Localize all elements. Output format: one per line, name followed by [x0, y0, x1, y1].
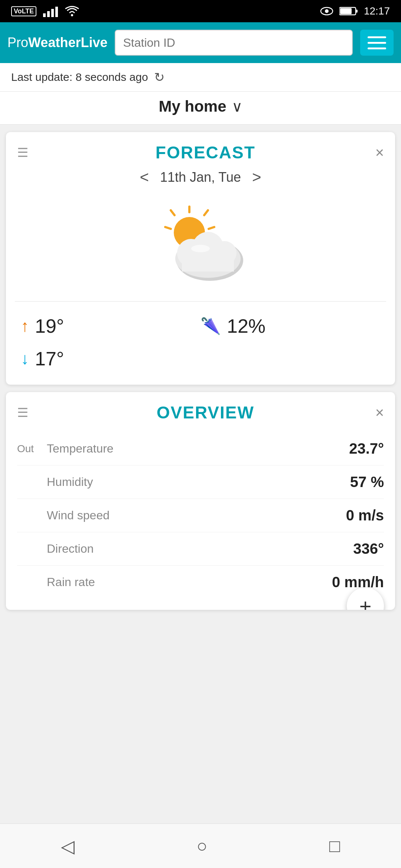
menu-line-3	[368, 47, 386, 49]
app-header: ProWeatherLive	[0, 22, 401, 63]
overview-row-label: Wind speed	[47, 509, 346, 522]
fab-plus-icon: +	[359, 594, 372, 610]
overview-row-label: Humidity	[47, 475, 350, 489]
forecast-menu-icon[interactable]: ☰	[17, 145, 28, 160]
overview-menu-icon[interactable]: ☰	[17, 405, 28, 420]
forecast-next-button[interactable]: >	[252, 168, 261, 186]
menu-line-1	[368, 36, 386, 38]
logo-suffix: WeatherLive	[28, 35, 107, 50]
svg-rect-0	[43, 13, 46, 17]
overview-row-label: Direction	[47, 542, 353, 556]
refresh-icon[interactable]: ↻	[154, 70, 164, 85]
svg-rect-1	[47, 11, 50, 17]
status-bar-right: 12:17	[320, 5, 390, 17]
high-temp-value: 19°	[35, 315, 64, 337]
overview-table: OutTemperature23.7°Humidity57 %Wind spee…	[6, 428, 395, 610]
overview-title: OVERVIEW	[36, 402, 375, 423]
back-button[interactable]: ◁	[61, 836, 75, 857]
home-button[interactable]: ○	[196, 836, 207, 856]
umbrella-rain-icon: 🌂	[200, 316, 221, 336]
weather-partly-cloudy-icon	[152, 205, 249, 286]
overview-row-value: 23.7°	[349, 440, 384, 457]
weather-icon-area	[6, 194, 395, 301]
overview-row-prefix: Out	[17, 443, 47, 455]
forecast-card-header: ☰ FORECAST ×	[6, 132, 395, 168]
bottom-navigation: ◁ ○ □	[0, 823, 401, 868]
overview-row: Wind speed0 m/s	[17, 499, 384, 532]
overview-card-header: ☰ OVERVIEW ×	[6, 392, 395, 428]
overview-row-label: Temperature	[47, 442, 349, 456]
overview-row: Humidity57 %	[17, 466, 384, 499]
forecast-stats: ↑ 19° 🌂 12% ↓ 17°	[6, 302, 395, 385]
overview-close-button[interactable]: ×	[375, 404, 384, 421]
location-name: My home	[159, 98, 226, 115]
forecast-card: ☰ FORECAST × < 11th Jan, Tue >	[6, 132, 395, 385]
menu-line-2	[368, 42, 386, 44]
overview-row: OutTemperature23.7°	[17, 432, 384, 466]
forecast-close-button[interactable]: ×	[375, 144, 384, 161]
last-update-text: Last update: 8 seconds ago	[11, 71, 148, 83]
volte-indicator: VoLTE	[11, 6, 36, 16]
overview-row: Direction336°	[17, 532, 384, 566]
svg-rect-21	[182, 253, 234, 272]
high-temp-stat: ↑ 19°	[21, 315, 200, 337]
status-bar: VoLTE 12:17	[0, 0, 401, 22]
overview-row-value: 0 mm/h	[332, 574, 384, 591]
low-temp-value: 17°	[35, 348, 64, 370]
svg-rect-9	[340, 8, 352, 14]
forecast-date-row: < 11th Jan, Tue >	[6, 168, 395, 194]
rain-chance-value: 12%	[227, 315, 265, 337]
forecast-title: FORECAST	[36, 142, 375, 162]
status-bar-left: VoLTE	[11, 5, 79, 17]
svg-point-6	[325, 9, 329, 13]
battery-icon	[339, 6, 358, 16]
signal-icon	[43, 5, 58, 17]
svg-line-14	[209, 227, 214, 229]
overview-row: Rain rate0 mm/h	[17, 566, 384, 599]
svg-point-4	[71, 14, 73, 16]
menu-button[interactable]	[360, 30, 394, 56]
overview-row-label: Rain rate	[47, 575, 332, 589]
svg-rect-8	[356, 10, 358, 13]
time-display: 12:17	[364, 5, 390, 17]
eye-icon	[320, 6, 333, 16]
recents-button[interactable]: □	[329, 836, 340, 856]
svg-point-22	[191, 245, 210, 252]
last-update-bar: Last update: 8 seconds ago ↻	[0, 63, 401, 92]
svg-line-11	[204, 210, 208, 215]
low-temp-stat: ↓ 17°	[21, 348, 200, 370]
svg-rect-3	[55, 7, 58, 17]
overview-row-value: 336°	[353, 540, 384, 557]
high-temp-arrow-icon: ↑	[21, 317, 29, 335]
svg-rect-2	[51, 9, 54, 17]
svg-line-13	[165, 227, 171, 229]
wifi-icon	[65, 5, 79, 17]
rain-chance-stat: 🌂 12%	[200, 315, 380, 337]
forecast-prev-button[interactable]: <	[140, 168, 149, 186]
station-id-input[interactable]	[115, 30, 353, 56]
app-logo: ProWeatherLive	[7, 35, 107, 50]
svg-line-12	[171, 210, 175, 215]
overview-row-value: 0 m/s	[346, 507, 384, 524]
location-row[interactable]: My home ∨	[0, 92, 401, 125]
overview-row-value: 57 %	[350, 474, 384, 490]
overview-card: ☰ OVERVIEW × OutTemperature23.7°Humidity…	[6, 392, 395, 610]
forecast-date: 11th Jan, Tue	[160, 170, 241, 185]
low-temp-arrow-icon: ↓	[21, 349, 29, 368]
chevron-down-icon: ∨	[232, 98, 242, 115]
